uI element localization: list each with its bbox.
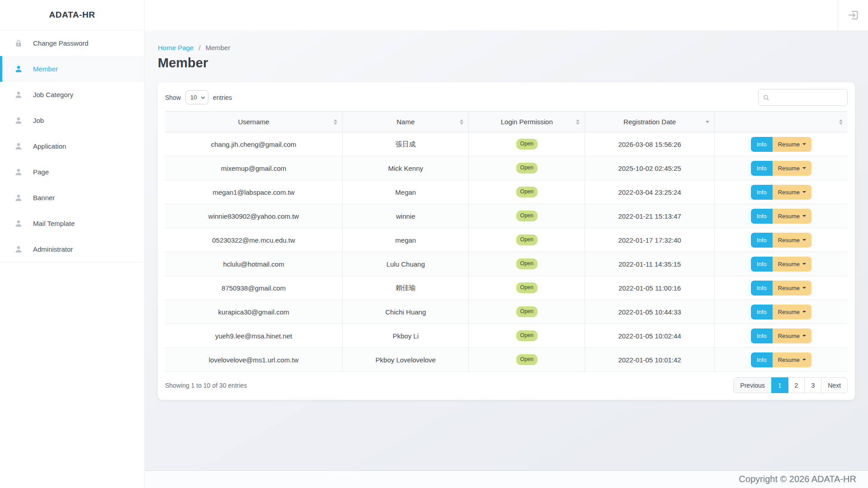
info-button[interactable]: Info — [751, 185, 773, 200]
cell-actions: Info Resume — [715, 204, 848, 228]
resume-button[interactable]: Resume — [773, 305, 811, 319]
info-button[interactable]: Info — [751, 281, 773, 296]
sidebar-item-label: Change Password — [33, 39, 89, 47]
status-badge: Open — [516, 306, 538, 317]
person-icon — [14, 219, 23, 228]
resume-button[interactable]: Resume — [773, 209, 811, 224]
cell-name: Chichi Huang — [343, 300, 469, 324]
pagination-button[interactable]: 1 — [771, 377, 788, 393]
member-table-card: Show 10 entries — [158, 82, 855, 400]
breadcrumb-home-link[interactable]: Home Page — [158, 44, 193, 52]
sidebar-item-administrator[interactable]: Administrator — [0, 236, 144, 262]
page-size-select[interactable]: 10 — [185, 90, 208, 104]
copyright-text: Copyright © 2026 ADATA-HR — [739, 474, 856, 484]
sidebar-item-change-password[interactable]: Change Password — [0, 30, 144, 56]
resume-button[interactable]: Resume — [773, 137, 811, 152]
cell-name: 張日成 — [343, 132, 469, 156]
person-icon — [14, 142, 23, 151]
sidebar-item-mail-template[interactable]: Mail Template — [0, 211, 144, 236]
column-header[interactable]: Name — [343, 112, 469, 132]
caret-down-icon — [802, 167, 806, 169]
info-button[interactable]: Info — [751, 233, 773, 248]
cell-actions: Info Resume — [715, 156, 848, 180]
row-actions: Info Resume — [751, 257, 811, 272]
resume-button[interactable]: Resume — [773, 281, 811, 296]
resume-button-label: Resume — [778, 357, 800, 363]
table-row: kurapica30@gmail.com Chichi Huang Open 2… — [165, 300, 848, 324]
sidebar-item-member[interactable]: Member — [0, 56, 144, 82]
column-header[interactable]: Username — [165, 112, 343, 132]
pagination-button[interactable]: 2 — [788, 377, 805, 393]
show-label: Show — [165, 94, 181, 101]
sort-icon — [839, 119, 843, 125]
column-label: Registration Date — [623, 118, 676, 126]
cell-login-permission: Open — [469, 228, 585, 252]
column-header[interactable]: Registration Date — [585, 112, 715, 132]
sidebar-item-banner[interactable]: Banner — [0, 185, 144, 211]
cell-registration-date: 2022-01-05 10:01:42 — [585, 348, 715, 372]
cell-registration-date: 2026-03-08 15:56:26 — [585, 132, 715, 156]
caret-down-icon — [802, 239, 806, 241]
cell-registration-date: 2022-01-05 10:02:44 — [585, 324, 715, 348]
row-actions: Info Resume — [751, 209, 811, 224]
info-button[interactable]: Info — [751, 161, 773, 176]
resume-button-label: Resume — [778, 189, 800, 196]
resume-button[interactable]: Resume — [773, 352, 811, 367]
table-row: 8750938@gmail.com 賴佳瑜 Open 2022-01-05 11… — [165, 276, 848, 300]
row-actions: Info Resume — [751, 233, 811, 248]
page-size-control: Show 10 entries — [165, 90, 232, 104]
pagination-button[interactable]: 3 — [804, 377, 821, 393]
pagination-button[interactable]: Next — [821, 377, 848, 393]
resume-button[interactable]: Resume — [773, 328, 811, 343]
logout-button[interactable] — [845, 7, 861, 23]
cell-username: megan1@labspace.com.tw — [165, 180, 343, 204]
cell-login-permission: Open — [469, 156, 585, 180]
info-button[interactable]: Info — [751, 328, 773, 343]
cell-username: chang.jih.cheng@gmail.com — [165, 132, 343, 156]
cell-actions: Info Resume — [715, 228, 848, 252]
info-button[interactable]: Info — [751, 257, 773, 272]
page-size-select-box: 10 — [185, 90, 208, 104]
cell-name: Lulu Chuang — [343, 252, 469, 276]
breadcrumb: Home Page / Member — [158, 44, 855, 52]
resume-button[interactable]: Resume — [773, 257, 811, 272]
search-input[interactable] — [758, 89, 848, 106]
cell-registration-date: 2022-01-21 15:13:47 — [585, 204, 715, 228]
info-button[interactable]: Info — [751, 305, 773, 319]
sidebar-item-job[interactable]: Job — [0, 108, 144, 133]
cell-username: mixemup@gmail.com — [165, 156, 343, 180]
table-footer: Showing 1 to 10 of 30 entries Previous12… — [165, 372, 848, 400]
cell-login-permission: Open — [469, 348, 585, 372]
cell-login-permission: Open — [469, 180, 585, 204]
member-table: Username Name Login Permission Registrat… — [165, 111, 848, 372]
info-button[interactable]: Info — [751, 137, 773, 152]
cell-username: hclulu@hotmail.com — [165, 252, 343, 276]
info-button[interactable]: Info — [751, 209, 773, 224]
resume-button[interactable]: Resume — [773, 233, 811, 248]
column-header[interactable] — [715, 112, 848, 132]
resume-button[interactable]: Resume — [773, 161, 811, 176]
status-badge: Open — [516, 139, 538, 149]
sidebar-item-page[interactable]: Page — [0, 159, 144, 185]
status-badge: Open — [516, 330, 538, 341]
caret-down-icon — [802, 359, 806, 361]
info-button[interactable]: Info — [751, 352, 773, 367]
resume-button-label: Resume — [778, 333, 800, 339]
cell-name: Pkboy Li — [343, 324, 469, 348]
cell-username: 8750938@gmail.com — [165, 276, 343, 300]
sidebar-item-application[interactable]: Application — [0, 133, 144, 159]
sidebar-item-label: Administrator — [33, 245, 73, 253]
table-controls: Show 10 entries — [165, 88, 848, 111]
sidebar-item-label: Page — [33, 168, 49, 176]
cell-name: Pkboy Lovelovelove — [343, 348, 469, 372]
cell-actions: Info Resume — [715, 324, 848, 348]
resume-button-label: Resume — [778, 309, 800, 315]
column-header[interactable]: Login Permission — [469, 112, 585, 132]
pagination-button[interactable]: Previous — [733, 377, 771, 393]
sidebar-item-label: Job Category — [33, 91, 73, 99]
row-actions: Info Resume — [751, 185, 811, 200]
search-icon — [763, 94, 769, 101]
resume-button[interactable]: Resume — [773, 185, 811, 200]
sidebar-nav: Change Password Member Job Category Job … — [0, 30, 144, 263]
sidebar-item-job-category[interactable]: Job Category — [0, 82, 144, 108]
